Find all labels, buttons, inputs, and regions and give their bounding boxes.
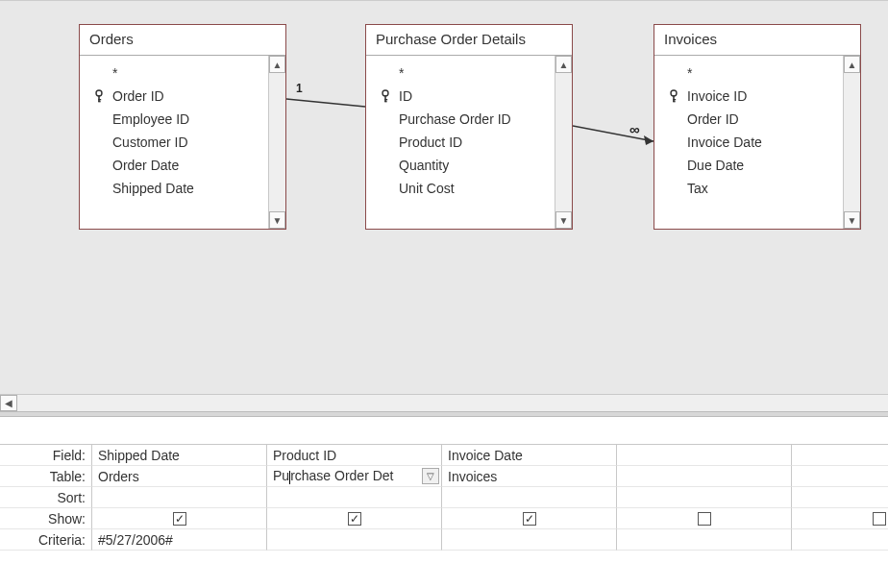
table-cell[interactable] [617, 466, 792, 487]
field-row[interactable]: Due Date [660, 154, 843, 177]
scroll-track[interactable] [269, 73, 285, 211]
field-row[interactable]: Invoice ID [660, 85, 843, 108]
grid-row-label-sort: Sort: [0, 487, 92, 508]
svg-rect-1 [98, 95, 100, 102]
grid-row-label-table: Table: [0, 466, 92, 487]
vertical-scrollbar[interactable]: ▲ ▼ [555, 56, 572, 229]
scroll-left-button[interactable]: ◀ [0, 395, 17, 411]
table-title: Invoices [654, 25, 860, 56]
svg-rect-6 [384, 99, 387, 100]
svg-rect-11 [673, 101, 675, 102]
svg-line-13 [573, 126, 654, 141]
field-row[interactable]: Order Date [86, 154, 268, 177]
relationship-cardinality-one: 1 [296, 82, 303, 95]
field-row[interactable]: Purchase Order ID [372, 108, 555, 131]
show-cell[interactable] [792, 508, 888, 529]
svg-marker-14 [644, 135, 654, 145]
field-cell[interactable]: Invoice Date [442, 445, 617, 466]
field-row[interactable]: ID [372, 85, 555, 108]
criteria-cell[interactable] [792, 529, 888, 551]
table-box-purchase-order-details[interactable]: Purchase Order Details * ID Purchase Ord… [365, 24, 573, 230]
relationship-line[interactable] [573, 122, 654, 149]
vertical-scrollbar[interactable]: ▲ ▼ [268, 56, 285, 229]
field-row[interactable]: Order ID [660, 108, 843, 131]
show-cell[interactable]: ✓ [267, 508, 442, 529]
field-row[interactable]: Tax [660, 177, 843, 200]
field-list[interactable]: * Order ID Employee ID Customer ID Order… [80, 56, 268, 229]
svg-rect-5 [384, 95, 386, 102]
relationship-line[interactable] [286, 93, 365, 112]
sort-cell[interactable] [792, 487, 888, 508]
criteria-cell[interactable]: #5/27/2006# [92, 529, 267, 551]
scroll-down-button[interactable]: ▼ [844, 211, 860, 229]
svg-rect-7 [384, 101, 386, 102]
grid-row-label-criteria: Criteria: [0, 529, 92, 551]
field-row[interactable]: Quantity [372, 154, 555, 177]
table-cell[interactable]: Invoices [442, 466, 617, 487]
dropdown-button[interactable]: ▽ [422, 468, 439, 484]
field-cell[interactable] [617, 445, 792, 466]
horizontal-scrollbar[interactable]: ◀ [0, 394, 888, 411]
scroll-track[interactable] [844, 73, 860, 211]
field-list[interactable]: * ID Purchase Order ID Product ID Quanti… [366, 56, 555, 229]
svg-rect-3 [98, 101, 100, 102]
field-cell[interactable] [792, 445, 888, 466]
field-row[interactable]: Order ID [86, 85, 268, 108]
field-row[interactable]: Shipped Date [86, 177, 268, 200]
vertical-scrollbar[interactable]: ▲ ▼ [843, 56, 860, 229]
query-design-grid[interactable]: Field: Shipped Date Product ID Invoice D… [0, 417, 888, 588]
field-cell[interactable]: Product ID [267, 445, 442, 466]
svg-rect-10 [673, 99, 676, 100]
svg-rect-2 [98, 99, 101, 100]
table-cell[interactable]: Orders [92, 466, 267, 487]
show-cell[interactable]: ✓ [442, 508, 617, 529]
criteria-cell[interactable] [442, 529, 617, 551]
sort-cell[interactable] [92, 487, 267, 508]
field-row[interactable]: Employee ID [86, 108, 268, 131]
show-checkbox[interactable]: ✓ [348, 512, 361, 526]
table-title: Orders [80, 25, 285, 56]
table-box-orders[interactable]: Orders * Order ID Employee ID Customer I… [79, 24, 286, 230]
show-checkbox[interactable] [698, 512, 711, 526]
relationship-cardinality-many: ∞ [629, 121, 640, 137]
svg-rect-9 [673, 95, 675, 102]
scroll-up-button[interactable]: ▲ [844, 56, 860, 73]
svg-line-12 [286, 99, 365, 107]
field-cell[interactable]: Shipped Date [92, 445, 267, 466]
table-cell[interactable]: Purchase Order Det ▽ [267, 466, 442, 487]
show-checkbox[interactable]: ✓ [173, 512, 186, 526]
show-cell[interactable] [617, 508, 792, 529]
field-row[interactable]: * [86, 61, 268, 85]
scroll-up-button[interactable]: ▲ [269, 56, 285, 73]
sort-cell[interactable] [267, 487, 442, 508]
scroll-track[interactable] [17, 395, 888, 411]
show-checkbox[interactable] [873, 512, 886, 526]
field-list[interactable]: * Invoice ID Order ID Invoice Date Due D… [654, 56, 843, 229]
field-row[interactable]: * [660, 61, 843, 85]
table-box-invoices[interactable]: Invoices * Invoice ID Order ID Invoice D… [654, 24, 861, 230]
scroll-up-button[interactable]: ▲ [555, 56, 572, 73]
scroll-track[interactable] [555, 73, 572, 211]
primary-key-icon [89, 89, 109, 103]
scroll-down-button[interactable]: ▼ [269, 211, 285, 229]
scroll-down-button[interactable]: ▼ [555, 211, 572, 229]
primary-key-icon [664, 89, 683, 103]
text-cursor [289, 471, 290, 484]
field-row[interactable]: Customer ID [86, 131, 268, 154]
show-checkbox[interactable]: ✓ [523, 512, 536, 526]
primary-key-icon [376, 89, 395, 103]
table-cell[interactable] [792, 466, 888, 487]
criteria-cell[interactable] [267, 529, 442, 551]
query-diagram-pane[interactable]: Orders * Order ID Employee ID Customer I… [0, 0, 888, 411]
field-row[interactable]: Product ID [372, 131, 555, 154]
field-row[interactable]: * [372, 61, 555, 85]
table-title: Purchase Order Details [366, 25, 572, 56]
show-cell[interactable]: ✓ [92, 508, 267, 529]
field-row[interactable]: Invoice Date [660, 131, 843, 154]
sort-cell[interactable] [442, 487, 617, 508]
field-row[interactable]: Unit Cost [372, 177, 555, 200]
criteria-cell[interactable] [617, 529, 792, 551]
sort-cell[interactable] [617, 487, 792, 508]
grid-row-label-show: Show: [0, 508, 92, 529]
grid-row-label-field: Field: [0, 445, 92, 466]
